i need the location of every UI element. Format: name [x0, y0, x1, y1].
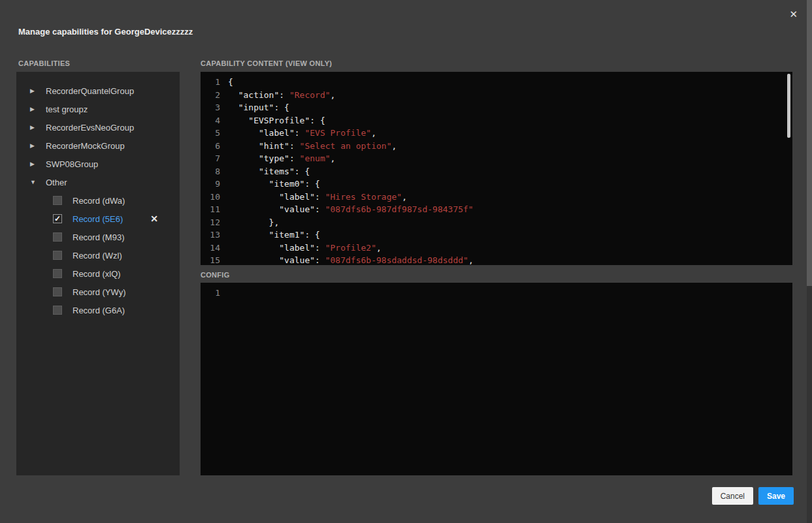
code-token: "label":: [228, 192, 325, 202]
checkbox-unchecked[interactable]: [53, 196, 62, 205]
line-number: 9: [201, 178, 220, 191]
remove-capability-icon[interactable]: ✕: [150, 214, 158, 224]
line-number: 1: [201, 76, 220, 89]
line-number: 13: [201, 229, 220, 242]
code-line: 10 "label": "Hires Storage",: [201, 191, 792, 204]
checkbox-unchecked[interactable]: [53, 269, 62, 278]
checkbox-unchecked[interactable]: [53, 251, 62, 260]
code-token: ,: [402, 192, 407, 202]
capabilities-header: CAPABILITIES: [18, 59, 70, 67]
capability-group-label: RecorderMockGroup: [46, 141, 125, 151]
code-token: "value":: [228, 255, 325, 265]
code-line: 15 "value": "087dfs6b-98sdaddsd-98dsddd"…: [201, 254, 792, 265]
checkbox-unchecked[interactable]: [53, 306, 62, 315]
close-icon[interactable]: ✕: [789, 9, 798, 19]
capability-group-recorderevsneogroup[interactable]: ▶RecorderEvsNeoGroup: [16, 118, 180, 136]
code-token: ,: [376, 243, 382, 253]
line-number: 15: [201, 254, 220, 265]
page-scrollbar[interactable]: [807, 0, 812, 523]
line-number: 1: [201, 287, 220, 300]
code-token: {: [228, 77, 233, 87]
code-line: 11 "value": "087dfs6b-987df987sd-984375f…: [201, 203, 792, 216]
code-token: "type":: [228, 153, 300, 163]
chevron-right-icon[interactable]: ▶: [30, 106, 46, 112]
capability-content-code: 1{2 "action": "Record",3 "input": {4 "EV…: [201, 72, 792, 265]
capability-item-record-xlq[interactable]: Record (xlQ): [16, 264, 180, 283]
code-token: },: [228, 217, 279, 227]
capability-item-label[interactable]: Record (YWy): [73, 287, 126, 297]
save-button[interactable]: Save: [758, 487, 794, 505]
code-token: "label":: [228, 243, 325, 253]
line-number: 5: [201, 127, 220, 140]
capability-item-record-g6a[interactable]: Record (G6A): [16, 301, 180, 319]
capability-group-swp08group[interactable]: ▶SWP08Group: [16, 155, 180, 173]
line-number: 8: [201, 165, 220, 178]
code-token: "value":: [228, 204, 325, 214]
code-line: 13 "item1": {: [201, 229, 792, 242]
code-line: 4 "EVSProfile": {: [201, 114, 792, 127]
capability-content-header: CAPABILITY CONTENT (VIEW ONLY): [201, 59, 332, 67]
capability-group-test-groupz[interactable]: ▶test groupz: [16, 100, 180, 118]
chevron-down-icon[interactable]: ▼: [30, 179, 46, 185]
code-line: 8 "items": {: [201, 165, 792, 178]
code-token: "input": {: [228, 103, 289, 112]
code-token: ,: [468, 255, 474, 265]
modal-title: Manage capabilities for GeorgeDevicezzzz…: [18, 27, 193, 37]
capability-item-label[interactable]: Record (Wzl): [73, 251, 122, 261]
capability-group-label: test groupz: [46, 104, 88, 114]
capability-item-label[interactable]: Record (G6A): [73, 306, 125, 315]
code-token: "item1": {: [228, 230, 320, 240]
code-line: 1: [201, 287, 792, 300]
capability-item-label[interactable]: Record (xlQ): [73, 269, 121, 279]
code-token: ,: [391, 141, 397, 151]
line-number: 7: [201, 152, 220, 165]
capability-content-editor[interactable]: 1{2 "action": "Record",3 "input": {4 "EV…: [201, 72, 792, 265]
capability-item-record-m93[interactable]: Record (M93): [16, 228, 180, 246]
config-code: 1: [201, 283, 792, 300]
chevron-right-icon[interactable]: ▶: [30, 124, 46, 131]
code-string-token: "EVS Profile": [304, 128, 371, 138]
editor-scrollbar-thumb[interactable]: [787, 74, 790, 138]
capability-group-other[interactable]: ▼Other: [16, 173, 180, 191]
capability-item-label[interactable]: Record (dWa): [73, 196, 125, 206]
code-line: 3 "input": {: [201, 101, 792, 114]
checkbox-unchecked[interactable]: [53, 287, 62, 296]
checkbox-unchecked[interactable]: [53, 232, 62, 242]
capability-group-label: Other: [46, 178, 67, 187]
code-token: "items": {: [228, 166, 310, 176]
code-line: 2 "action": "Record",: [201, 89, 792, 102]
capability-group-recordermockgroup[interactable]: ▶RecorderMockGroup: [16, 136, 180, 155]
code-string-token: "Record": [289, 90, 331, 100]
line-number: 12: [201, 216, 220, 229]
line-number: 4: [201, 114, 220, 127]
page-scrollbar-thumb[interactable]: [807, 0, 812, 286]
capability-item-label[interactable]: Record (5E6): [73, 214, 123, 224]
config-header: CONFIG: [201, 271, 230, 279]
chevron-right-icon[interactable]: ▶: [30, 142, 46, 149]
code-line: 14 "label": "Profile2",: [201, 242, 792, 255]
capability-item-record-wzl[interactable]: Record (Wzl): [16, 246, 180, 264]
code-line: 9 "item0": {: [201, 178, 792, 191]
code-string-token: "Profile2": [325, 243, 376, 253]
code-token: ,: [371, 128, 376, 138]
capabilities-tree: ▶RecorderQuantelGroup▶test groupz▶Record…: [16, 72, 180, 475]
chevron-right-icon[interactable]: ▶: [30, 161, 46, 167]
line-number: 6: [201, 140, 220, 153]
capability-item-record-ywy[interactable]: Record (YWy): [16, 283, 180, 301]
config-editor[interactable]: 1: [201, 283, 792, 475]
capability-item-record-5e6[interactable]: ✓Record (5E6)✕: [16, 210, 180, 228]
capability-item-record-dwa[interactable]: Record (dWa): [16, 191, 180, 210]
capability-item-label[interactable]: Record (M93): [73, 232, 124, 242]
checkbox-checked-icon[interactable]: ✓: [53, 214, 62, 223]
capability-group-recorderquantelgroup[interactable]: ▶RecorderQuantelGroup: [16, 82, 180, 100]
chevron-right-icon[interactable]: ▶: [30, 87, 46, 94]
code-string-token: "Select an option": [300, 141, 392, 151]
code-string-token: "087dfs6b-98sdaddsd-98dsddd": [325, 255, 468, 265]
line-number: 3: [201, 101, 220, 114]
cancel-button[interactable]: Cancel: [712, 487, 753, 505]
code-token: "EVSProfile": {: [228, 116, 325, 125]
code-token: ,: [331, 153, 336, 163]
code-line: 6 "hint": "Select an option",: [201, 140, 792, 153]
code-token: "hint":: [228, 141, 300, 151]
code-line: 7 "type": "enum",: [201, 152, 792, 165]
